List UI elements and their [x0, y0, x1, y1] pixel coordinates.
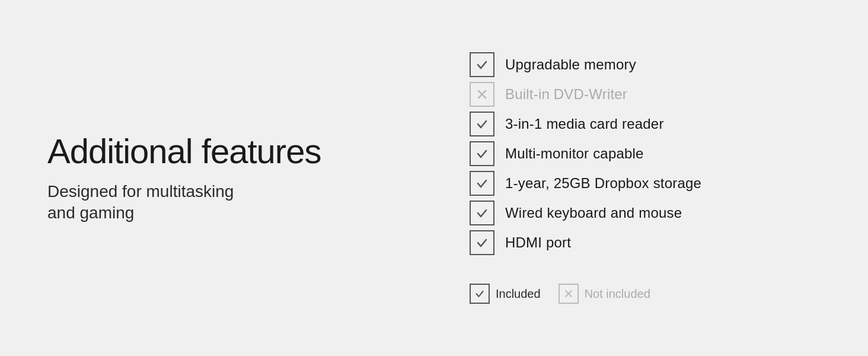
legend-included-label: Included: [496, 287, 541, 301]
feature-item-keyboard-mouse: Wired keyboard and mouse: [470, 201, 821, 225]
feature-text-card-reader: 3-in-1 media card reader: [505, 116, 664, 132]
legend: Included Not included: [470, 284, 821, 304]
legend-not-included: Not included: [559, 284, 650, 304]
feature-icon-dropbox: [470, 171, 494, 196]
page-title: Additional features: [47, 132, 398, 170]
feature-item-upgradable-memory: Upgradable memory: [470, 52, 821, 77]
feature-icon-card-reader: [470, 112, 494, 136]
legend-not-included-label: Not included: [585, 287, 650, 301]
page-container: Additional features Designed for multita…: [0, 0, 868, 356]
feature-item-dvd-writer: Built-in DVD-Writer: [470, 82, 821, 107]
feature-text-keyboard-mouse: Wired keyboard and mouse: [505, 205, 682, 221]
legend-not-included-icon: [559, 284, 579, 304]
subtitle: Designed for multitasking and gaming: [47, 181, 398, 224]
right-section: Upgradable memoryBuilt-in DVD-Writer3-in…: [434, 52, 821, 304]
feature-item-dropbox: 1-year, 25GB Dropbox storage: [470, 171, 821, 196]
feature-item-hdmi: HDMI port: [470, 230, 821, 255]
legend-included: Included: [470, 284, 541, 304]
feature-item-card-reader: 3-in-1 media card reader: [470, 112, 821, 136]
feature-item-multi-monitor: Multi-monitor capable: [470, 141, 821, 166]
subtitle-line2: and gaming: [47, 204, 134, 222]
feature-text-multi-monitor: Multi-monitor capable: [505, 145, 644, 162]
feature-icon-dvd-writer: [470, 82, 494, 107]
left-section: Additional features Designed for multita…: [47, 132, 434, 224]
feature-text-upgradable-memory: Upgradable memory: [505, 56, 636, 73]
feature-icon-multi-monitor: [470, 141, 494, 166]
feature-text-hdmi: HDMI port: [505, 234, 571, 251]
feature-text-dropbox: 1-year, 25GB Dropbox storage: [505, 175, 701, 192]
feature-icon-keyboard-mouse: [470, 201, 494, 225]
feature-icon-hdmi: [470, 230, 494, 255]
legend-included-icon: [470, 284, 490, 304]
features-list: Upgradable memoryBuilt-in DVD-Writer3-in…: [470, 52, 821, 260]
feature-icon-upgradable-memory: [470, 52, 494, 77]
subtitle-line1: Designed for multitasking: [47, 182, 234, 201]
feature-text-dvd-writer: Built-in DVD-Writer: [505, 86, 627, 103]
